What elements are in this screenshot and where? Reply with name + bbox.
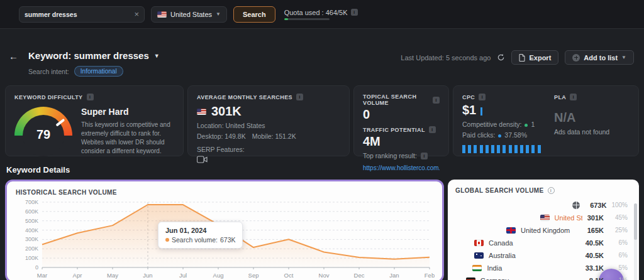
country-volume-row[interactable]: Australia40.5K6% — [455, 249, 631, 261]
desktop-searches: Desktop: 149.8K — [197, 132, 246, 140]
page-title: Keyword: summer dresses — [28, 50, 149, 61]
country-name: Germany — [480, 277, 584, 280]
traffic-potential-value: 4M — [363, 134, 440, 149]
historical-search-volume-card[interactable]: HISTORICAL SEARCH VOLUME 0100K200K300K40… — [5, 180, 444, 280]
pla-note: Ads data not found — [554, 128, 630, 136]
us-flag-icon — [540, 215, 550, 221]
svg-text:Nov: Nov — [319, 272, 330, 279]
top-bar: summer dresses × United States ▼ Search … — [0, 0, 644, 29]
keyword-search-box[interactable]: summer dresses × — [19, 6, 145, 23]
video-icon[interactable] — [197, 156, 208, 163]
metric-cards-row: KEYWORD DIFFICULTY i 79 Super Hard This … — [5, 85, 639, 156]
tooltip-date: Jun 01, 2024 — [165, 227, 235, 234]
country-volume-percent: 6% — [609, 239, 628, 246]
country-selector[interactable]: United States ▼ — [151, 6, 227, 23]
au-flag-icon — [474, 252, 484, 259]
info-icon[interactable]: i — [548, 187, 555, 194]
uk-flag-icon — [506, 227, 516, 234]
svg-text:Aug: Aug — [213, 272, 224, 279]
last-updated-text: Last Updated: 5 seconds ago — [401, 54, 491, 62]
top-ranking-link[interactable]: https://www.hollisterco.com... — [363, 164, 440, 171]
svg-text:500K: 500K — [25, 218, 38, 224]
back-arrow-icon[interactable]: ← — [9, 51, 18, 62]
keyword-title-dropdown[interactable]: Keyword: summer dresses ▼ — [28, 50, 160, 61]
country-volume-row[interactable]: Canada40.5K6% — [455, 237, 631, 249]
clear-search-icon[interactable]: × — [134, 10, 139, 18]
country-volume-value: 33.1K — [586, 264, 604, 272]
difficulty-gauge: 79 — [14, 107, 72, 142]
serp-features-label: SERP Features: — [197, 146, 340, 153]
svg-text:0: 0 — [35, 264, 38, 271]
tooltip-value: 673K — [220, 236, 236, 244]
country-volume-value: 673K — [590, 202, 606, 209]
location-text: Location: United States — [197, 122, 340, 129]
de-flag-icon — [466, 277, 475, 280]
country-volume-value: 40.5K — [586, 239, 604, 247]
difficulty-score: 79 — [14, 127, 72, 142]
paid-clicks-label: Paid clicks: — [462, 131, 496, 139]
info-icon[interactable]: i — [87, 94, 94, 100]
quota-indicator: Quota used : 464/5K i — [284, 9, 358, 20]
country-volume-row[interactable]: United Kingdom165K25% — [455, 224, 631, 236]
country-volume-row[interactable]: United States301K45% — [455, 212, 631, 223]
info-icon[interactable]: i — [479, 94, 486, 100]
scrollbar-thumb[interactable] — [634, 203, 637, 240]
paid-clicks-bar — [462, 145, 543, 153]
scrollbar[interactable] — [634, 203, 637, 280]
country-volume-list: Worldwide673K100%United States301K45%Uni… — [455, 199, 631, 280]
add-to-list-label: Add to list — [584, 54, 618, 62]
intent-badge[interactable]: Informational — [74, 66, 123, 77]
mobile-searches: Mobile: 151.2K — [252, 132, 296, 140]
topical-value: 0 — [363, 107, 440, 122]
search-input[interactable]: summer dresses — [25, 11, 134, 18]
add-to-list-button[interactable]: Add to list ▼ — [565, 50, 634, 65]
avg-searches-value: 301K — [211, 104, 242, 119]
topical-title: TOPICAL SEARCH VOLUME — [363, 94, 429, 106]
info-icon[interactable]: i — [570, 94, 577, 100]
quota-progress-bar — [284, 18, 330, 20]
pla-title: PLA — [554, 94, 566, 100]
pla-section: PLA i N/A Ads data not found — [548, 94, 630, 148]
country-name: United States — [555, 214, 582, 222]
export-button[interactable]: Export — [511, 50, 558, 65]
info-icon[interactable]: i — [429, 126, 436, 133]
global-volume-title: GLOBAL SEARCH VOLUME — [455, 187, 544, 194]
search-button[interactable]: Search — [233, 6, 275, 23]
density-value: 1 — [531, 121, 535, 128]
ca-flag-icon — [474, 240, 484, 246]
cpc-title: CPC — [462, 94, 475, 100]
country-volume-value: 301K — [587, 214, 604, 222]
chart-title: HISTORICAL SEARCH VOLUME — [16, 189, 433, 196]
info-icon[interactable]: i — [433, 97, 440, 104]
country-volume-percent: 6% — [609, 252, 628, 259]
us-flag-icon — [157, 11, 167, 18]
svg-text:Dec: Dec — [354, 272, 365, 279]
svg-text:100K: 100K — [25, 255, 38, 261]
svg-text:Jun: Jun — [143, 272, 152, 279]
global-search-volume-card: GLOBAL SEARCH VOLUME i Worldwide673K100%… — [448, 180, 639, 280]
difficulty-level: Super Hard — [81, 107, 182, 117]
traffic-potential-title: TRAFFIC POTENTIAL — [363, 127, 425, 133]
cpc-mini-bar — [480, 107, 482, 116]
country-volume-percent: 5% — [609, 264, 628, 271]
refresh-icon[interactable] — [497, 53, 505, 62]
density-label: Competitive density: — [462, 121, 522, 128]
cpc-section: CPC i $1 Competitive density: 1 Paid cli… — [462, 94, 548, 148]
avg-searches-title: AVERAGE MONTHLY SEARCHES — [197, 94, 292, 100]
info-icon[interactable]: i — [351, 9, 358, 16]
info-icon[interactable]: i — [296, 94, 303, 100]
country-name: India — [487, 264, 580, 272]
tooltip-label: Search volume: — [172, 236, 218, 244]
chevron-down-icon: ▼ — [216, 11, 221, 17]
svg-text:Sep: Sep — [248, 272, 259, 279]
info-icon[interactable]: i — [421, 153, 428, 159]
svg-text:Feb: Feb — [425, 272, 435, 279]
cpc-pla-card: CPC i $1 Competitive density: 1 Paid cli… — [453, 85, 639, 156]
chart-tooltip: Jun 01, 2024 Search volume: 673K — [158, 222, 243, 249]
top-ranking-label: Top ranking result: — [363, 152, 417, 159]
svg-text:Apr: Apr — [73, 272, 82, 279]
country-volume-row[interactable]: Worldwide673K100% — [455, 199, 631, 211]
chevron-down-icon: ▼ — [154, 53, 160, 59]
blue-dot-icon — [498, 134, 501, 137]
difficulty-description: This keyword is competitive and extremel… — [81, 121, 182, 156]
